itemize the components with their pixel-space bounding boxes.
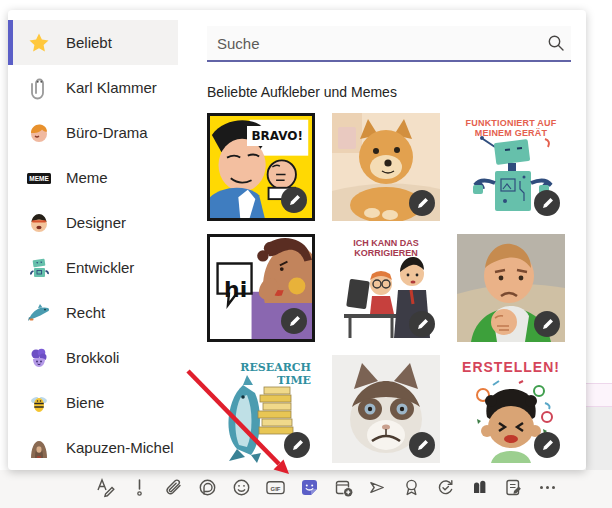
sticker-i-can-fix-that[interactable]: ICH KANN DAS KORRIGIEREN <box>332 234 440 342</box>
sidebar-item-beliebt[interactable]: Beliebt <box>8 20 178 65</box>
sticker-doge[interactable] <box>332 113 440 221</box>
sticker-picker-screen: Beliebt Karl Klammer <box>0 0 612 508</box>
schedule-add-button[interactable] <box>333 477 354 498</box>
bee-icon <box>24 389 54 417</box>
stream-button[interactable] <box>367 477 388 498</box>
sidebar-item-label: Karl Klammer <box>66 79 157 96</box>
robot-icon <box>24 254 54 282</box>
sidebar-item-meme[interactable]: MEME Meme <box>8 155 178 200</box>
emoji-button[interactable] <box>231 477 252 498</box>
search-bar <box>207 26 571 62</box>
importance-button[interactable] <box>129 477 150 498</box>
more-options-button[interactable] <box>537 477 558 498</box>
edit-sticker-button[interactable] <box>534 311 560 337</box>
sticker-flyout: Beliebt Karl Klammer <box>8 10 586 470</box>
edit-sticker-button[interactable] <box>409 311 435 337</box>
edit-sticker-button[interactable] <box>409 432 435 458</box>
office-drama-face-icon <box>24 119 54 147</box>
sidebar-item-label: Beliebt <box>66 34 112 51</box>
edit-sticker-button[interactable] <box>409 190 435 216</box>
format-button[interactable] <box>95 477 116 498</box>
edit-sticker-button[interactable] <box>284 432 310 458</box>
sticker-works-on-my-machine[interactable]: FUNKTIONIERT AUF MEINEM GERÄT <box>457 113 565 221</box>
edit-sticker-button[interactable] <box>281 308 307 334</box>
sidebar-item-karl-klammer[interactable]: Karl Klammer <box>8 65 178 110</box>
tasks-button[interactable] <box>503 477 524 498</box>
sidebar-item-designer[interactable]: Designer <box>8 200 178 245</box>
sticker-grumpy-cat[interactable] <box>332 355 440 463</box>
sidebar-item-label: Biene <box>66 394 104 411</box>
compose-toolbar: GIF <box>95 477 558 498</box>
gif-button[interactable]: GIF <box>265 477 286 498</box>
background-highlight-band <box>586 383 612 407</box>
loop-button[interactable] <box>197 477 218 498</box>
sidebar-item-label: Meme <box>66 169 108 186</box>
sidebar-item-label: Recht <box>66 304 105 321</box>
viva-button[interactable] <box>469 477 490 498</box>
meme-box-icon: MEME <box>24 164 54 192</box>
svg-text:MEME: MEME <box>29 175 49 182</box>
praise-button[interactable] <box>401 477 422 498</box>
paperclip-clippy-icon <box>24 74 54 102</box>
sticker-button[interactable] <box>299 477 320 498</box>
sidebar-item-biene[interactable]: Biene <box>8 380 178 425</box>
section-title: Beliebte Aufkleber und Memes <box>207 84 397 100</box>
sidebar-item-label: Brokkoli <box>66 349 119 366</box>
shark-icon <box>24 299 54 327</box>
attach-button[interactable] <box>163 477 184 498</box>
search-input[interactable] <box>207 35 541 52</box>
sticker-content-panel: Beliebte Aufkleber und Memes <box>178 10 586 470</box>
sidebar-item-label: Entwickler <box>66 259 134 276</box>
edit-sticker-button[interactable] <box>534 432 560 458</box>
sticker-erstellen[interactable]: ERSTELLEN! <box>457 355 565 463</box>
sticker-grid: BRAVO! <box>207 113 565 463</box>
sidebar-item-label: Kapuzen-Michel <box>66 439 174 456</box>
sidebar-item-label: Designer <box>66 214 126 231</box>
sticker-success-kid[interactable] <box>457 234 565 342</box>
search-icon <box>541 34 571 52</box>
sticker-bravo[interactable]: BRAVO! <box>207 113 315 221</box>
sidebar-item-recht[interactable]: Recht <box>8 290 178 335</box>
sidebar-item-entwickler[interactable]: Entwickler <box>8 245 178 290</box>
sticker-category-sidebar: Beliebt Karl Klammer <box>8 10 178 470</box>
sticker-research-time[interactable]: RESEARCH TIME <box>207 355 315 463</box>
background-gray-area <box>586 407 612 470</box>
sidebar-item-buero-drama[interactable]: Büro-Drama <box>8 110 178 155</box>
sidebar-item-brokkoli[interactable]: Brokkoli <box>8 335 178 380</box>
svg-text:GIF: GIF <box>271 486 281 492</box>
edit-sticker-button[interactable] <box>534 190 560 216</box>
edit-sticker-button[interactable] <box>281 187 307 213</box>
star-icon <box>24 29 54 57</box>
sidebar-item-kapuzen-michel[interactable]: Kapuzen-Michel <box>8 425 178 470</box>
sticker-hi[interactable]: hi <box>207 234 315 342</box>
broccoli-character-icon <box>24 344 54 372</box>
sidebar-item-label: Büro-Drama <box>66 124 148 141</box>
hooded-figure-icon <box>24 434 54 462</box>
send-later-button[interactable] <box>435 477 456 498</box>
designer-face-icon <box>24 209 54 237</box>
